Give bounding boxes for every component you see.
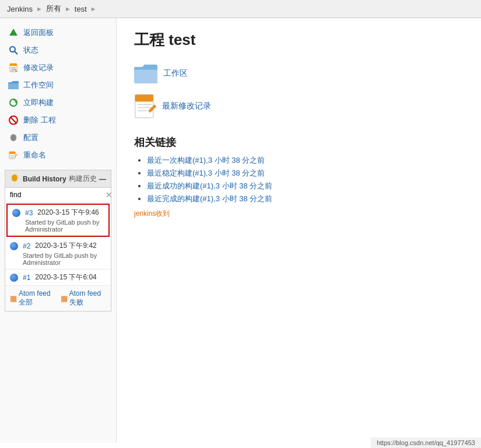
breadcrumb-sep-3: ► [90, 5, 97, 12]
related-link-item-3: 最近完成的构建(#1),3 小时 38 分之前 [147, 194, 464, 204]
atom-fail-icon: ▦ [61, 294, 68, 303]
jenkins-note: jenkins收到 [134, 209, 464, 219]
sidebar-item-rename[interactable]: 重命名 [0, 146, 116, 164]
build-number-3[interactable]: #3 [25, 209, 33, 217]
svg-point-1 [10, 47, 15, 52]
content-area: 工程 test 工作区 [117, 18, 481, 443]
build-item-1: #1 2020-3-15 下午6:04 [5, 270, 111, 286]
page-title: 工程 test [134, 30, 464, 50]
build-number-1[interactable]: #1 [23, 274, 30, 282]
changelog-row: 最新修改记录 [134, 93, 464, 119]
workspace-section: 工作区 最新修改记录 [134, 62, 464, 119]
atom-feed-all-link[interactable]: ▦ Atom feed 全部 [10, 289, 56, 307]
svg-marker-0 [9, 29, 17, 36]
svg-rect-15 [9, 152, 15, 154]
changelog-notepad-icon [134, 93, 156, 119]
breadcrumb-all[interactable]: 所有 [46, 4, 61, 14]
gear-icon [8, 132, 19, 143]
search-clear-btn[interactable]: ✕ [102, 188, 116, 202]
build-status-dot-1 [10, 274, 18, 282]
related-link-item-0: 最近一次构建(#1),3 小时 38 分之前 [147, 155, 464, 166]
build-history-section: Build History 构建历史 — ✕ #3 2020-3-15 下午9:… [5, 170, 111, 312]
related-links-title: 相关链接 [134, 135, 464, 149]
breadcrumb-sep-1: ► [36, 5, 43, 12]
svg-rect-20 [135, 94, 153, 102]
main-layout: 返回面板 状态 修改记录 [0, 18, 481, 443]
build-history-cn-label: 构建历史 [69, 174, 97, 184]
related-link-0[interactable]: 最近一次构建(#1),3 小时 38 分之前 [147, 156, 265, 164]
sidebar: 返回面板 状态 修改记录 [0, 18, 117, 443]
build-status-dot-2 [10, 242, 18, 250]
build-desc-3: Started by GitLab push by Administrator [12, 219, 104, 233]
workspace-folder-icon [134, 62, 157, 85]
breadcrumb-sep-2: ► [65, 5, 71, 12]
sidebar-item-status[interactable]: 状态 [0, 41, 116, 59]
build-date-2: 2020-3-15 下午9:42 [35, 241, 96, 251]
build-desc-2: Started by GitLab push by Administrator [10, 252, 106, 266]
build-row-2: #2 2020-3-15 下午9:42 [10, 241, 106, 251]
sidebar-item-changelog[interactable]: 修改记录 [0, 59, 116, 76]
build-history-controls: 构建历史 — [69, 174, 106, 184]
changelog-link[interactable]: 最新修改记录 [162, 101, 211, 111]
arrow-up-icon [8, 27, 19, 38]
build-date-1: 2020-3-15 下午6:04 [35, 272, 96, 282]
sidebar-item-workspace[interactable]: 工作空间 [0, 76, 116, 94]
related-link-3[interactable]: 最近完成的构建(#1),3 小时 38 分之前 [147, 194, 272, 203]
refresh-icon [8, 97, 19, 108]
atom-feed-fail-link[interactable]: ▦ Atom feed 失败 [61, 289, 107, 307]
url-bar: https://blog.csdn.net/qq_41977453 [371, 438, 481, 443]
related-link-2[interactable]: 最近成功的构建(#1),3 小时 38 分之前 [147, 181, 272, 190]
svg-line-2 [15, 51, 17, 54]
svg-line-12 [10, 117, 17, 124]
workspace-row: 工作区 [134, 62, 464, 85]
gear-yellow-icon [10, 173, 19, 184]
ban-icon [8, 115, 19, 125]
related-link-item-1: 最近稳定构建(#1),3 小时 38 分之前 [147, 168, 464, 178]
svg-rect-4 [10, 64, 17, 66]
breadcrumb: Jenkins ► 所有 ► test ► [0, 0, 481, 18]
related-link-item-2: 最近成功的构建(#1),3 小时 38 分之前 [147, 181, 464, 191]
build-date-3: 2020-3-15 下午9:46 [37, 208, 99, 218]
related-links-section: 相关链接 最近一次构建(#1),3 小时 38 分之前 最近稳定构建(#1),3… [134, 135, 464, 219]
search-row: ✕ [5, 188, 111, 202]
sidebar-item-back[interactable]: 返回面板 [0, 24, 116, 41]
sidebar-item-configure[interactable]: 配置 [0, 129, 116, 146]
atom-all-icon: ▦ [10, 294, 17, 303]
rename-icon [8, 150, 19, 160]
build-history-title-group: Build History [10, 173, 66, 184]
workspace-link[interactable]: 工作区 [163, 68, 188, 79]
build-item-3: #3 2020-3-15 下午9:46 Started by GitLab pu… [6, 204, 110, 237]
build-number-2[interactable]: #2 [23, 242, 30, 250]
notepad-icon [8, 62, 19, 73]
build-history-footer: ▦ Atom feed 全部 ▦ Atom feed 失败 [5, 286, 111, 311]
magnifier-icon [8, 45, 19, 55]
sidebar-item-delete[interactable]: 删除 工程 [0, 111, 116, 129]
breadcrumb-test[interactable]: test [75, 5, 87, 13]
build-row-3: #3 2020-3-15 下午9:46 [12, 208, 104, 218]
build-history-header: Build History 构建历史 — [5, 170, 111, 188]
sidebar-item-build[interactable]: 立即构建 [0, 94, 116, 111]
build-status-dot-3 [12, 209, 20, 217]
breadcrumb-jenkins[interactable]: Jenkins [7, 5, 33, 13]
related-link-1[interactable]: 最近稳定构建(#1),3 小时 38 分之前 [147, 169, 265, 177]
build-history-en-title: Build History [23, 175, 66, 183]
folder-icon [8, 80, 19, 90]
build-history-search-input[interactable] [5, 188, 102, 202]
build-row-1: #1 2020-3-15 下午6:04 [10, 272, 106, 282]
related-links-list: 最近一次构建(#1),3 小时 38 分之前 最近稳定构建(#1),3 小时 3… [134, 155, 464, 204]
build-item-2: #2 2020-3-15 下午9:42 Started by GitLab pu… [5, 238, 111, 270]
build-history-collapse-btn[interactable]: — [99, 175, 106, 183]
